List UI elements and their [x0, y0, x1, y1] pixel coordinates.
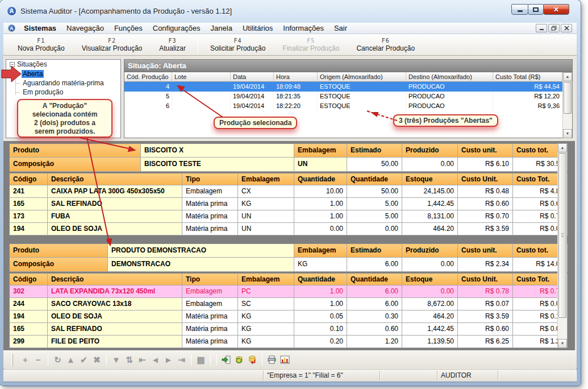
- cell: Matéria prima: [182, 336, 238, 348]
- prev-record-icon[interactable]: ◄: [149, 355, 162, 365]
- mdi-close-button[interactable]: [561, 24, 572, 32]
- mdi-minimize-button[interactable]: [536, 24, 547, 32]
- column-header[interactable]: Tipo: [182, 173, 238, 185]
- scroll-down-icon[interactable]: ▼: [563, 129, 572, 138]
- move-up-icon[interactable]: ▲: [64, 355, 77, 365]
- title-bar[interactable]: A Sistema Auditor - [Acompanhamento da P…: [0, 0, 581, 23]
- table-row[interactable]: 241CAIXA PAP LATA 300G 450x305x50Embalag…: [9, 185, 568, 198]
- toolbar-button-f2[interactable]: F2Visualizar Produção: [73, 35, 151, 55]
- column-header[interactable]: Quantidade Tot.: [347, 173, 402, 185]
- menu-item-navegacao[interactable]: Navegação: [61, 23, 109, 34]
- column-header[interactable]: Custo Total (R$): [493, 72, 562, 82]
- scroll-thumb[interactable]: [558, 153, 566, 318]
- toolbar-button-f4[interactable]: F4Solicitar Produção: [202, 35, 274, 55]
- menu-item-informacoes[interactable]: Informações: [278, 23, 329, 34]
- table-row[interactable]: 519/04/201418:21:35ESTOQUEPRODUCAOR$ 12,…: [124, 92, 562, 101]
- menu-item-sair[interactable]: Sair: [329, 23, 352, 34]
- scrollbar-vertical[interactable]: ▲ ▼: [562, 72, 572, 138]
- table-row[interactable]: 165SAL REFINADOMatéria primaKG1.005.001,…: [9, 198, 568, 210]
- table-row[interactable]: 302LATA EXPANDIDA 73x120 450mlEmbalagemP…: [9, 285, 568, 298]
- refresh-icon[interactable]: ↻: [51, 355, 64, 365]
- column-header[interactable]: Embalagem: [238, 273, 294, 285]
- table-row[interactable]: 619/04/201418:22:20ESTOQUEPRODUCAOR$ 9,3…: [124, 101, 562, 111]
- summary-value: 6.00: [347, 258, 402, 272]
- column-header[interactable]: Origem (Almoxarifado): [318, 72, 406, 82]
- toolbar-button-f1[interactable]: F1Nova Produção: [9, 35, 73, 55]
- table-row[interactable]: 419/04/201418:09:48ESTOQUEPRODUCAOR$ 44,…: [124, 82, 562, 92]
- scroll-track[interactable]: [558, 152, 567, 339]
- column-header[interactable]: Destino (Almoxarifado): [406, 72, 493, 82]
- db-refresh-icon[interactable]: [233, 355, 246, 365]
- import-icon[interactable]: [220, 355, 233, 365]
- column-header[interactable]: Estoque: [402, 273, 458, 285]
- menu-item-configuracoes[interactable]: Configurações: [148, 23, 206, 34]
- column-header[interactable]: Custo Unit.: [458, 273, 513, 285]
- table-row[interactable]: 299FILE DE PEITOMatéria primaKG0.201.201…: [9, 336, 568, 348]
- column-header[interactable]: Descrição: [48, 173, 182, 185]
- column-header[interactable]: Código: [9, 173, 48, 185]
- print-icon[interactable]: [265, 355, 278, 365]
- next-record-icon[interactable]: ►: [162, 355, 175, 365]
- menu-item-janela[interactable]: Janela: [206, 23, 237, 34]
- column-header[interactable]: Descrição: [48, 273, 182, 285]
- column-header: Estimado: [347, 243, 402, 258]
- table-row[interactable]: 194OLEO DE SOJAMatéria primaUN0.000.0046…: [9, 223, 568, 235]
- cell: Matéria prima: [182, 311, 238, 323]
- grid-view-icon[interactable]: ▦: [194, 355, 207, 365]
- toolbar-button-f3[interactable]: F3Atualizar: [151, 35, 194, 55]
- confirm-icon[interactable]: ✔: [77, 355, 90, 365]
- column-header[interactable]: Embalagem: [238, 173, 294, 185]
- table-row[interactable]: 165SAL REFINADOMatéria primaKG0.100.601,…: [9, 323, 568, 336]
- db-export-icon[interactable]: [246, 355, 259, 365]
- column-header[interactable]: Lote: [172, 72, 231, 82]
- column-header[interactable]: Quantidade: [294, 173, 347, 185]
- cancel-icon[interactable]: ✖: [90, 355, 103, 365]
- tree-item[interactable]: Aguardando matéria-prima: [16, 78, 120, 88]
- scroll-down-icon[interactable]: ▼: [558, 339, 567, 348]
- cell: 0.05: [294, 311, 347, 323]
- remove-icon[interactable]: −: [32, 355, 45, 365]
- scroll-track[interactable]: [563, 81, 572, 129]
- column-header[interactable]: Cód. Produção: [124, 72, 172, 82]
- cell: 1.00: [294, 298, 347, 311]
- button-label: Solicitar Produção: [210, 44, 265, 52]
- toolbar-button-f6[interactable]: F6Cancelar Produção: [348, 35, 423, 55]
- menu-item-sistemas[interactable]: Sistemas: [19, 23, 61, 34]
- callout-producao-selecionada: Produção selecionada: [214, 117, 297, 129]
- column-header[interactable]: Estoque: [402, 173, 458, 185]
- toolbar-grip[interactable]: [11, 354, 13, 366]
- last-record-icon[interactable]: ⇥: [175, 355, 188, 365]
- filter-icon[interactable]: ▼: [110, 355, 123, 365]
- column-header[interactable]: Data: [231, 72, 274, 82]
- scroll-thumb[interactable]: [564, 82, 572, 114]
- table-row[interactable]: 244SACO CRAYOVAC 13x18EmbalagemSC1.006.0…: [9, 298, 568, 311]
- close-button[interactable]: ✕: [543, 4, 569, 15]
- cell: 19/04/2014: [231, 101, 274, 111]
- scrollbar-vertical[interactable]: ▲ ▼: [557, 143, 567, 348]
- maximize-button[interactable]: [528, 4, 544, 15]
- collapse-icon[interactable]: −: [10, 62, 15, 67]
- column-header[interactable]: Quantidade Tot.: [347, 273, 402, 285]
- minimize-button[interactable]: [511, 4, 528, 15]
- scroll-up-icon[interactable]: ▲: [563, 72, 572, 81]
- table-row[interactable]: 194OLEO DE SOJAMatéria primaKG0.050.3046…: [9, 311, 568, 323]
- sort-icon[interactable]: ⇅: [123, 355, 136, 365]
- composicao-label: Composição: [9, 258, 108, 272]
- column-header[interactable]: Hora: [274, 72, 318, 82]
- mdi-restore-button[interactable]: [548, 24, 560, 32]
- toolbar-button-f5: F5Finalizar Produção: [274, 35, 348, 55]
- table-row[interactable]: 173FUBAMatéria primaUN1.005.008,131.00R$…: [9, 210, 568, 223]
- scroll-up-icon[interactable]: ▲: [558, 143, 567, 152]
- first-record-icon[interactable]: ⇤: [136, 355, 149, 365]
- add-icon[interactable]: +: [19, 355, 32, 365]
- column-header[interactable]: Tipo: [182, 273, 238, 285]
- tree-item[interactable]: Aberta: [16, 69, 120, 78]
- tree-root[interactable]: −Situações: [6, 60, 120, 69]
- tree-item[interactable]: Em produção: [16, 88, 120, 97]
- menu-item-utilitarios[interactable]: Utilitários: [237, 23, 278, 34]
- chart-icon[interactable]: [278, 355, 291, 365]
- column-header[interactable]: Código: [9, 273, 48, 285]
- column-header[interactable]: Custo Unit.: [458, 173, 513, 185]
- column-header[interactable]: Quantidade: [294, 273, 347, 285]
- menu-item-funcoes[interactable]: Funções: [109, 23, 148, 34]
